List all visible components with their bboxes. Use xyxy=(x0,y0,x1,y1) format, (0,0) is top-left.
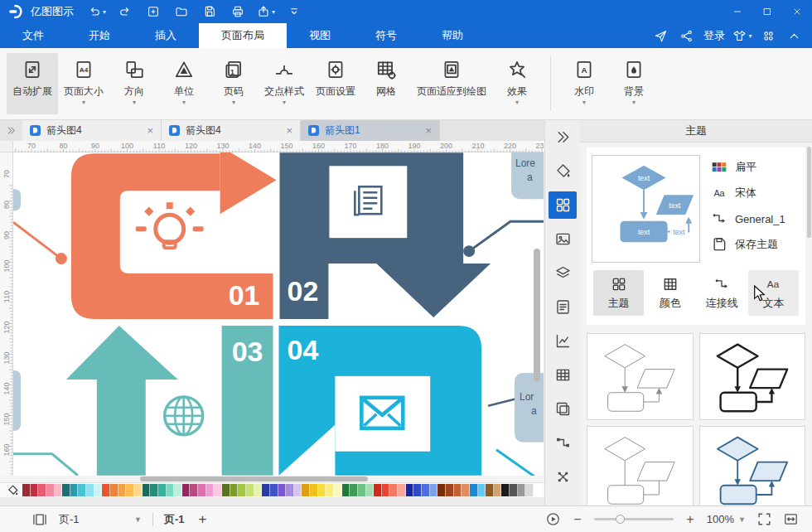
palette-swatch[interactable] xyxy=(446,484,454,496)
palette-swatch[interactable] xyxy=(190,484,198,496)
apps-grid-icon[interactable] xyxy=(756,23,780,48)
palette-swatch[interactable] xyxy=(382,484,390,496)
document-tab-2[interactable]: 箭头图1× xyxy=(301,120,440,141)
palette-swatch[interactable] xyxy=(38,484,46,496)
theme-option-connector-style[interactable]: General_1 xyxy=(711,210,800,227)
palette-swatch[interactable] xyxy=(230,484,239,496)
horizontal-scrollbar[interactable] xyxy=(140,476,368,481)
palette-swatch[interactable] xyxy=(134,484,143,496)
palette-swatch[interactable] xyxy=(422,484,430,496)
palette-swatch[interactable] xyxy=(366,484,375,496)
canvas-viewport[interactable]: 01 02 xyxy=(13,152,544,476)
ribbon-item-page-size[interactable]: A4页面大小▾ xyxy=(58,53,109,114)
palette-swatch[interactable] xyxy=(430,484,438,496)
ribbon-item-intersection[interactable]: 交点样式▾ xyxy=(259,53,310,114)
ribbon-item-page-setup[interactable]: 页面设置 xyxy=(310,53,361,114)
palette-swatch[interactable] xyxy=(126,484,134,496)
palette-swatch[interactable] xyxy=(270,484,278,496)
theme-thumbnail-plain[interactable] xyxy=(587,426,694,505)
palette-swatch[interactable] xyxy=(302,484,310,496)
palette-swatch[interactable] xyxy=(238,484,246,496)
palette-swatch[interactable] xyxy=(62,484,70,496)
palette-swatch[interactable] xyxy=(389,484,398,496)
panel-tab-color-grid[interactable]: 颜色 xyxy=(645,270,695,316)
palette-swatch[interactable] xyxy=(246,484,254,496)
palette-swatch[interactable] xyxy=(286,484,294,496)
add-page-button[interactable]: + xyxy=(196,511,210,528)
palette-swatch[interactable] xyxy=(294,484,302,496)
menu-item-3[interactable]: 页面布局 xyxy=(199,23,287,48)
close-button[interactable] xyxy=(782,0,812,23)
callout-right[interactable]: Lor a xyxy=(515,373,544,443)
theme-option-flat-colors[interactable]: 扁平 xyxy=(711,159,800,176)
palette-swatch[interactable] xyxy=(518,484,526,496)
palette-swatch[interactable] xyxy=(31,484,39,496)
maximize-button[interactable] xyxy=(752,0,782,23)
export-button[interactable]: ▾ xyxy=(254,2,278,21)
ribbon-item-effect[interactable]: 效果▾ xyxy=(492,53,542,114)
palette-swatch[interactable] xyxy=(118,484,127,496)
panel-tab-connector-line[interactable]: 连接线 xyxy=(697,270,747,316)
share-icon[interactable] xyxy=(674,23,698,48)
strip-clipart-icon[interactable] xyxy=(549,395,577,423)
palette-swatch[interactable] xyxy=(167,484,175,496)
palette-swatch[interactable] xyxy=(222,484,230,496)
document-tab-0[interactable]: 箭头图4× xyxy=(22,120,162,141)
palette-swatch[interactable] xyxy=(262,484,270,496)
palette-swatch[interactable] xyxy=(525,484,534,496)
panel-tab-theme-grid[interactable]: 主题 xyxy=(593,270,644,316)
palette-swatch[interactable] xyxy=(206,484,215,496)
palette-swatch[interactable] xyxy=(454,484,462,496)
pages-panel-icon[interactable] xyxy=(31,511,48,528)
theme-preview[interactable]: text text text text xyxy=(592,155,700,263)
strip-fill-format-icon[interactable] xyxy=(549,157,577,185)
palette-swatch[interactable] xyxy=(78,484,86,496)
palette-swatch[interactable] xyxy=(278,484,287,496)
palette-swatch[interactable] xyxy=(70,484,79,496)
fill-bucket-icon[interactable] xyxy=(2,484,22,496)
palette-swatch[interactable] xyxy=(478,484,486,496)
undo-button[interactable]: ▾ xyxy=(85,2,109,21)
palette-swatch[interactable] xyxy=(342,484,350,496)
palette-swatch[interactable] xyxy=(143,484,151,496)
palette-swatch[interactable] xyxy=(462,484,470,496)
palette-swatch[interactable] xyxy=(326,484,334,496)
palette-swatch[interactable] xyxy=(86,484,94,496)
tab-overflow-left-icon[interactable] xyxy=(0,120,22,141)
theme-option-save-theme[interactable]: 保存主题 xyxy=(711,236,800,253)
zoom-level[interactable]: 100%▼ xyxy=(707,513,746,525)
menu-item-5[interactable]: 符号 xyxy=(353,23,419,48)
ribbon-item-orientation[interactable]: 方向▾ xyxy=(109,53,159,114)
palette-swatch[interactable] xyxy=(254,484,263,496)
document-tab-1[interactable]: 箭头图4× xyxy=(162,120,301,141)
palette-swatch[interactable] xyxy=(94,484,103,496)
ribbon-item-background[interactable]: 背景▾ xyxy=(609,53,659,114)
callout-left-clipped-2[interactable] xyxy=(13,370,21,431)
palette-swatch[interactable] xyxy=(494,484,502,496)
callout-left-clipped[interactable] xyxy=(13,189,21,210)
theme-thumbnail-bold[interactable] xyxy=(699,333,806,420)
ribbon-item-fit-page[interactable]: 页面适应到绘图 xyxy=(411,53,492,114)
send-icon[interactable] xyxy=(649,23,672,48)
palette-swatch[interactable] xyxy=(486,484,494,496)
ribbon-item-auto-expand[interactable]: 自动扩展 xyxy=(7,53,58,114)
palette-swatch[interactable] xyxy=(55,484,63,496)
redo-button[interactable] xyxy=(114,2,137,21)
palette-swatch[interactable] xyxy=(334,484,342,496)
save-button[interactable] xyxy=(198,2,221,21)
palette-swatch[interactable] xyxy=(437,484,446,496)
page-selector[interactable]: 页-1▼ xyxy=(59,512,142,527)
menu-item-4[interactable]: 视图 xyxy=(287,23,353,48)
menu-item-6[interactable]: 帮助 xyxy=(419,23,486,48)
close-tab-icon[interactable]: × xyxy=(425,124,432,137)
horizontal-scrollbar-track[interactable] xyxy=(0,476,544,482)
open-file-button[interactable] xyxy=(170,2,193,21)
theme-shirt-icon[interactable]: ▾ xyxy=(731,23,754,48)
panel-scrollbar[interactable] xyxy=(807,147,811,238)
ribbon-item-page-number[interactable]: 1页码▾ xyxy=(209,53,259,114)
menu-item-1[interactable]: 开始 xyxy=(66,23,133,48)
strip-chart-icon[interactable] xyxy=(549,327,577,355)
palette-swatch[interactable] xyxy=(534,484,542,496)
close-tab-icon[interactable]: × xyxy=(286,124,292,137)
new-document-button[interactable] xyxy=(142,2,165,21)
